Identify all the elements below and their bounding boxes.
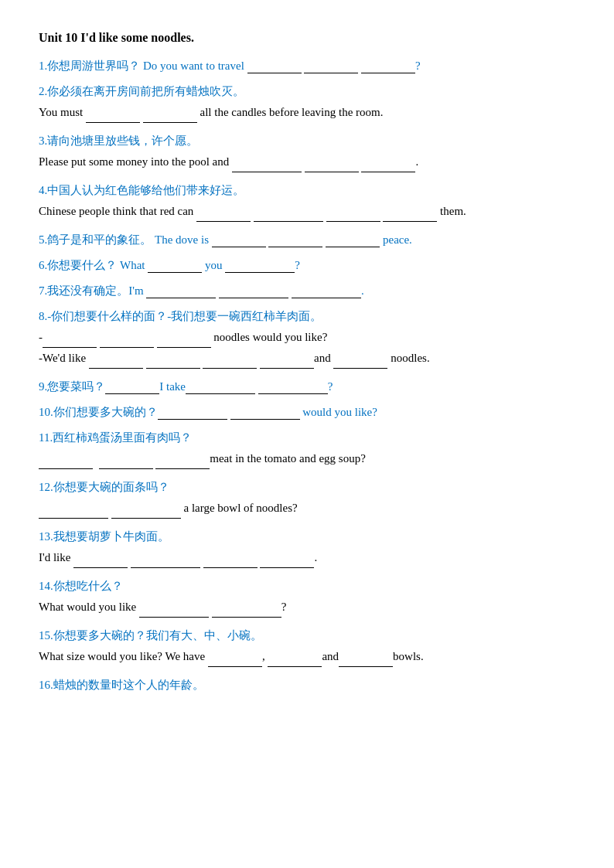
q16-chinese: 16.蜡烛的数量时这个人的年龄。 <box>39 678 575 693</box>
q3-english: Please put some money into the pool and … <box>39 151 575 172</box>
q15-chinese: 15.你想要多大碗的？我们有大、中、小碗。 <box>39 628 575 643</box>
q2-chinese: 2.你必须在离开房间前把所有蜡烛吹灭。 <box>39 84 575 99</box>
q15-english: What size would you like? We have , andb… <box>39 646 575 667</box>
q10-chinese: 10.你们想要多大碗的？ would you like? <box>39 405 575 420</box>
question-15: 15.你想要多大碗的？我们有大、中、小碗。 What size would yo… <box>39 628 575 667</box>
q13-chinese: 13.我想要胡萝卜牛肉面。 <box>39 529 575 544</box>
question-1: 1.你想周游世界吗？ Do you want to travel ? <box>39 59 575 73</box>
question-16: 16.蜡烛的数量时这个人的年龄。 <box>39 678 575 693</box>
q8-english-line2: -We'd like and noodles. <box>39 348 575 369</box>
q2-english: You must all the candles before leaving … <box>39 102 575 123</box>
q1-chinese: 1.你想周游世界吗？ Do you want to travel ? <box>39 59 575 73</box>
question-6: 6.你想要什么？ What you ? <box>39 258 575 273</box>
question-14: 14.你想吃什么？ What would you like ? <box>39 579 575 618</box>
question-9: 9.您要菜吗？I take ? <box>39 380 575 394</box>
q4-english: Chinese people think that red can them. <box>39 201 575 222</box>
q14-english: What would you like ? <box>39 597 575 618</box>
q6-chinese: 6.你想要什么？ What you ? <box>39 258 575 273</box>
q12-chinese: 12.你想要大碗的面条吗？ <box>39 480 575 495</box>
question-10: 10.你们想要多大碗的？ would you like? <box>39 405 575 420</box>
question-12: 12.你想要大碗的面条吗？ a large bowl of noodles? <box>39 480 575 519</box>
question-13: 13.我想要胡萝卜牛肉面。 I'd like . <box>39 529 575 568</box>
q13-english: I'd like . <box>39 547 575 568</box>
q8-english-line1: - noodles would you like? <box>39 327 575 348</box>
question-5: 5.鸽子是和平的象征。 The dove is peace. <box>39 233 575 247</box>
question-7: 7.我还没有确定。I'm . <box>39 284 575 298</box>
q4-chinese: 4.中国人认为红色能够给他们带来好运。 <box>39 183 575 198</box>
question-2: 2.你必须在离开房间前把所有蜡烛吹灭。 You must all the can… <box>39 84 575 123</box>
q3-chinese: 3.请向池塘里放些钱，许个愿。 <box>39 134 575 148</box>
page-title: Unit 10 I'd like some noodles. <box>39 31 575 45</box>
question-3: 3.请向池塘里放些钱，许个愿。 Please put some money in… <box>39 134 575 172</box>
q9-chinese: 9.您要菜吗？I take ? <box>39 380 575 394</box>
question-8: 8.-你们想要什么样的面？-我们想要一碗西红柿羊肉面。 - noodles wo… <box>39 309 575 369</box>
q12-english: a large bowl of noodles? <box>39 498 575 519</box>
q11-english: meat in the tomato and egg soup? <box>39 448 575 469</box>
q11-chinese: 11.西红柿鸡蛋汤里面有肉吗？ <box>39 431 575 445</box>
q14-chinese: 14.你想吃什么？ <box>39 579 575 594</box>
q5-chinese: 5.鸽子是和平的象征。 The dove is peace. <box>39 233 575 247</box>
q8-chinese: 8.-你们想要什么样的面？-我们想要一碗西红柿羊肉面。 <box>39 309 575 324</box>
q7-chinese: 7.我还没有确定。I'm . <box>39 284 575 298</box>
question-11: 11.西红柿鸡蛋汤里面有肉吗？ meat in the tomato and e… <box>39 431 575 469</box>
question-4: 4.中国人认为红色能够给他们带来好运。 Chinese people think… <box>39 183 575 222</box>
